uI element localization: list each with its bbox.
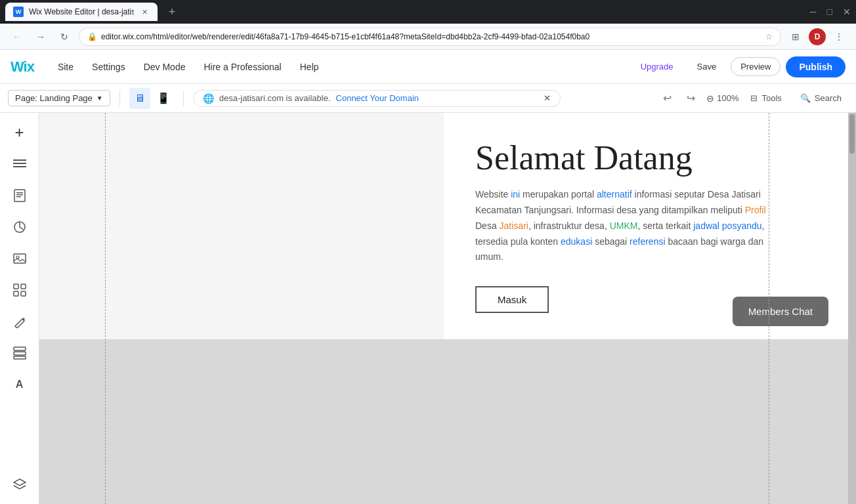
maximize-btn[interactable]: □ xyxy=(827,7,832,17)
desc-text-5: Desa xyxy=(475,220,500,231)
nav-item-site[interactable]: Site xyxy=(50,58,81,76)
svg-rect-3 xyxy=(14,190,25,201)
desc-text-12: umum. xyxy=(475,251,503,262)
sidebar-layers-btn[interactable] xyxy=(5,470,34,499)
sidebar-pages-btn[interactable] xyxy=(5,150,34,178)
canvas-area[interactable]: KANTOR DESA JATISARI xyxy=(39,113,856,504)
zoom-control: ⊖ 100% xyxy=(706,93,738,104)
domain-available-text: desa-jatisari.com is available. xyxy=(219,93,331,103)
browser-controls: ─ □ ✕ xyxy=(810,7,851,17)
bookmark-icon[interactable]: ☆ xyxy=(765,32,773,41)
undo-btn[interactable]: ↩ xyxy=(656,88,677,109)
refresh-btn[interactable]: ↻ xyxy=(55,28,74,46)
sidebar-database-btn[interactable] xyxy=(5,339,34,368)
site-content[interactable]: KANTOR DESA JATISARI xyxy=(39,113,848,339)
undo-redo-controls: ↩ ↪ xyxy=(656,88,701,109)
sidebar-apps-btn[interactable] xyxy=(5,276,34,304)
wix-logo[interactable]: Wix xyxy=(11,58,34,75)
nav-item-dev-mode[interactable]: Dev Mode xyxy=(136,58,194,76)
mobile-view-btn[interactable]: 📱 xyxy=(153,88,174,109)
canvas-content: KANTOR DESA JATISARI xyxy=(39,113,848,504)
tab-title: Wix Website Editor | desa-jatisari xyxy=(29,7,134,16)
redo-btn[interactable]: ↪ xyxy=(680,88,701,109)
zoom-level: 100% xyxy=(717,93,738,103)
nav-item-hire[interactable]: Hire a Professional xyxy=(196,58,289,76)
extensions-icon[interactable]: ⊞ xyxy=(786,28,805,46)
minimize-btn[interactable]: ─ xyxy=(810,7,817,17)
secure-icon: 🔒 xyxy=(87,32,97,41)
domain-bar: 🌐 desa-jatisari.com is available. Connec… xyxy=(193,90,561,107)
desc-link-umkm[interactable]: UMKM xyxy=(610,220,638,231)
tools-icon: ⊟ xyxy=(750,93,758,103)
scroll-thumb[interactable] xyxy=(849,114,855,154)
desc-link-profil[interactable]: Profil xyxy=(745,205,766,215)
desc-text-3: informasi seputar Desa Jatisari xyxy=(632,189,761,200)
svg-rect-13 xyxy=(21,291,26,296)
search-btn[interactable]: 🔍 Search xyxy=(794,91,848,106)
svg-rect-16 xyxy=(14,356,26,359)
connect-domain-link[interactable]: Connect Your Domain xyxy=(336,93,419,103)
desc-text-4: Kecamatan Tanjungsari. Informasi desa ya… xyxy=(475,205,745,215)
address-field[interactable]: 🔒 editor.wix.com/html/editor/web/rendere… xyxy=(79,28,781,46)
upgrade-btn[interactable]: Upgrade xyxy=(631,58,683,75)
new-tab-btn[interactable]: + xyxy=(163,3,181,21)
svg-rect-11 xyxy=(21,284,26,289)
editor-body: + xyxy=(0,113,856,504)
desc-text-8: , xyxy=(762,220,765,231)
svg-point-9 xyxy=(16,256,19,259)
wix-nav-right: Upgrade Save Preview Publish xyxy=(631,56,845,77)
wix-nav-items: Site Settings Dev Mode Hire a Profession… xyxy=(50,58,327,76)
svg-rect-1 xyxy=(13,163,26,164)
search-icon: 🔍 xyxy=(800,93,811,103)
tools-btn[interactable]: ⊟ Tools xyxy=(744,91,788,106)
save-btn[interactable]: Save xyxy=(688,58,726,75)
menu-icon[interactable]: ⋮ xyxy=(830,28,848,46)
sidebar-editor-btn[interactable] xyxy=(5,307,34,336)
toolbar-right: ↩ ↪ ⊖ 100% ⊟ Tools 🔍 Search xyxy=(656,88,848,109)
desc-link-edukasi[interactable]: edukasi xyxy=(561,236,592,247)
desc-link-ini[interactable]: ini xyxy=(511,189,520,200)
desc-text-7: , serta terkait xyxy=(637,220,693,231)
sidebar-design-btn[interactable] xyxy=(5,213,34,242)
back-btn[interactable]: ← xyxy=(8,28,26,46)
masuk-button[interactable]: Masuk xyxy=(475,286,549,313)
svg-rect-4 xyxy=(16,192,23,194)
nav-item-help[interactable]: Help xyxy=(292,58,327,76)
address-right-icons: ☆ xyxy=(765,32,773,41)
page-label: Page: Landing Page xyxy=(15,93,93,103)
browser-address-bar: ← → ↻ 🔒 editor.wix.com/html/editor/web/r… xyxy=(0,24,856,50)
page-selector[interactable]: Page: Landing Page ▼ xyxy=(8,90,110,106)
desc-text-11: bacaan bagi warga dan xyxy=(666,236,763,247)
scrollbar[interactable] xyxy=(848,113,856,504)
forward-btn[interactable]: → xyxy=(32,28,50,46)
domain-close-btn[interactable]: ✕ xyxy=(544,93,551,103)
sidebar-add-btn[interactable]: + xyxy=(5,118,34,147)
sidebar-media-btn[interactable] xyxy=(5,244,34,273)
svg-rect-8 xyxy=(14,254,26,263)
nav-item-settings[interactable]: Settings xyxy=(84,58,133,76)
preview-btn[interactable]: Preview xyxy=(731,57,781,76)
desc-text-10: sebagai xyxy=(592,236,630,247)
sidebar-font-btn[interactable]: A xyxy=(5,370,34,399)
publish-btn[interactable]: Publish xyxy=(786,56,845,77)
welcome-title: Selamat Datang xyxy=(475,139,817,177)
zoom-icon: ⊖ xyxy=(706,93,714,104)
desc-text-9: tersedia pula konten xyxy=(475,236,561,247)
desc-link-jatisari[interactable]: Jatisari xyxy=(500,220,528,231)
editor-toolbar: Page: Landing Page ▼ 🖥 📱 🌐 desa-jatisari… xyxy=(0,84,856,113)
desc-link-alternatif[interactable]: alternatif xyxy=(597,189,632,200)
tab-close-btn[interactable]: ✕ xyxy=(139,7,150,17)
members-chat-btn[interactable]: Members Chat xyxy=(733,297,828,326)
profile-avatar[interactable]: D xyxy=(809,28,826,45)
svg-rect-2 xyxy=(13,166,26,167)
desc-link-referensi[interactable]: referensi xyxy=(630,236,665,247)
globe-icon: 🌐 xyxy=(203,93,214,104)
desc-link-jadwal[interactable]: jadwal posyandu xyxy=(693,220,761,231)
toolbar-divider-2 xyxy=(183,91,184,106)
sidebar-blog-btn[interactable] xyxy=(5,181,34,210)
close-browser-btn[interactable]: ✕ xyxy=(843,7,851,17)
desktop-view-btn[interactable]: 🖥 xyxy=(129,88,150,109)
browser-tab[interactable]: W Wix Website Editor | desa-jatisari ✕ xyxy=(5,3,158,21)
svg-rect-15 xyxy=(14,352,26,355)
tools-label: Tools xyxy=(761,93,781,103)
